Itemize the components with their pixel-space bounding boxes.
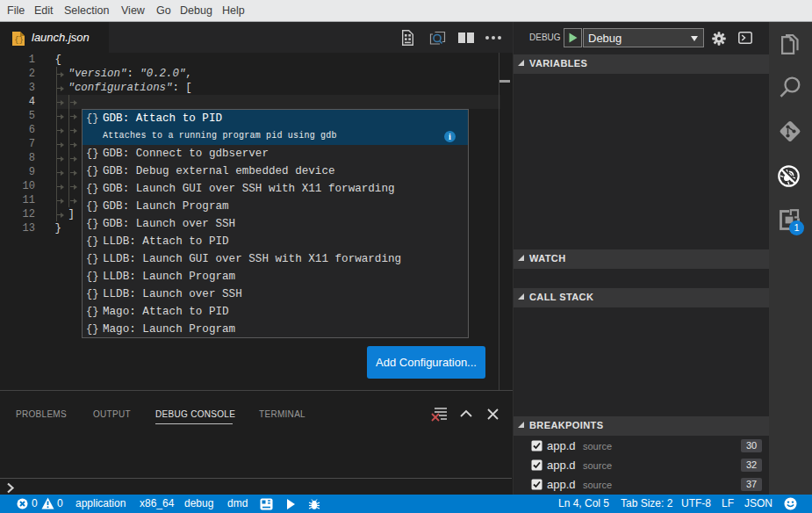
svg-text:{}: {}: [14, 36, 24, 45]
